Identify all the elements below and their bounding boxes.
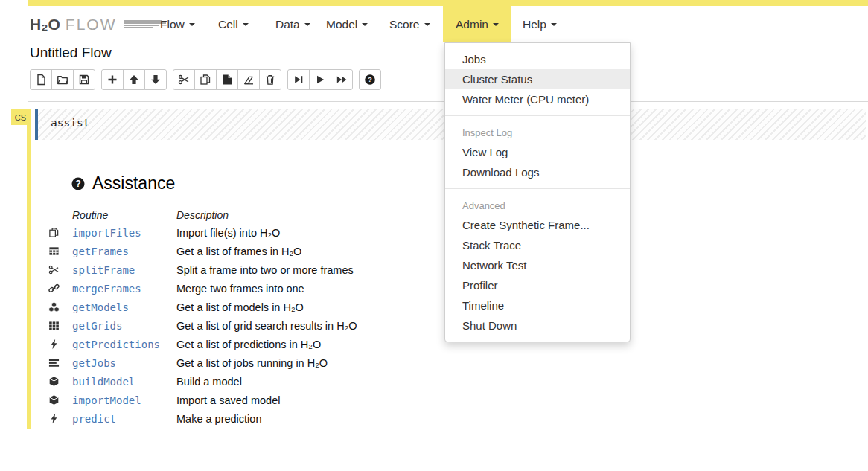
nav-item-flow[interactable]: Flow — [160, 6, 195, 42]
arrow-down-icon — [150, 74, 162, 86]
toolbar: ? — [30, 69, 381, 90]
nav-item-label: Admin — [456, 18, 488, 31]
save-icon — [78, 74, 90, 86]
play-button[interactable] — [309, 69, 331, 90]
copy-button[interactable] — [194, 69, 217, 90]
routine-link-importmodel[interactable]: importModel — [72, 394, 176, 406]
cut-button[interactable] — [173, 69, 195, 90]
chevron-down-icon — [243, 23, 249, 26]
menu-item-create-synthetic-frame[interactable]: Create Synthetic Frame... — [445, 215, 630, 235]
fast-forward-button[interactable] — [331, 69, 353, 90]
routine-link-getgrids[interactable]: getGrids — [72, 320, 176, 332]
nav-item-label: Data — [275, 18, 300, 31]
assistance-heading: ? Assistance — [71, 173, 175, 193]
plus-button[interactable] — [101, 69, 124, 90]
bolt-icon — [48, 339, 60, 350]
h2o-flow-page: { "navbar": { "logo": { "brand_bold": "H… — [0, 0, 868, 471]
nav-item-data[interactable]: Data — [275, 6, 310, 42]
routine-link-importfiles[interactable]: importFiles — [72, 227, 176, 239]
link-icon — [48, 283, 60, 294]
toolbar-button-group — [101, 69, 167, 90]
routine-link-buildmodel[interactable]: buildModel — [72, 376, 176, 388]
toolbar-button-group — [30, 69, 95, 90]
nav-item-score[interactable]: Score — [389, 6, 430, 42]
menu-section-header-advanced: Advanced — [445, 195, 630, 215]
menu-item-jobs[interactable]: Jobs — [445, 49, 630, 69]
trash-button[interactable] — [259, 69, 281, 90]
menu-item-profiler[interactable]: Profiler — [445, 275, 630, 295]
assist-row: importModel Import a saved model — [48, 391, 465, 409]
nav-item-label: Cell — [218, 18, 238, 31]
copy-icon — [48, 227, 60, 238]
cut-icon — [48, 264, 60, 275]
chevron-down-icon — [362, 23, 368, 26]
nav-item-help[interactable]: Help — [523, 6, 557, 42]
table-icon — [48, 246, 60, 257]
menu-item-cluster-status[interactable]: Cluster Status — [445, 69, 630, 89]
routine-link-mergeframes[interactable]: mergeFrames — [72, 283, 176, 295]
assistance-title: Assistance — [92, 173, 175, 193]
menu-item-download-logs[interactable]: Download Logs — [445, 162, 630, 182]
navbar: H₂O FLOW Flow Cell Data Model Score Admi… — [28, 6, 868, 42]
step-forward-button[interactable] — [287, 69, 310, 90]
assistance-table-header: Routine Description — [48, 206, 465, 223]
question-circle-button[interactable]: ? — [359, 69, 381, 90]
top-accent-strip — [28, 0, 868, 6]
toolbar-button-group: ? — [359, 69, 381, 90]
question-circle-icon: ? — [364, 74, 376, 86]
routine-description: Split a frame into two or more frames — [176, 264, 465, 276]
routine-description: Import file(s) into H₂O — [176, 227, 465, 239]
nav-item-label: Model — [326, 18, 357, 31]
routine-link-getframes[interactable]: getFrames — [72, 246, 176, 257]
assist-row: predict Make a prediction — [48, 409, 465, 428]
routine-link-splitframe[interactable]: splitFrame — [72, 264, 176, 276]
nav-item-cell[interactable]: Cell — [218, 6, 249, 42]
routine-description: Get a list of grid search results in H₂O — [176, 320, 465, 332]
folder-open-icon — [57, 74, 68, 86]
trash-icon — [264, 74, 276, 86]
toolbar-button-group — [173, 69, 281, 90]
cell-type-badge: CS — [11, 109, 30, 125]
folder-open-button[interactable] — [51, 69, 74, 90]
routine-description: Get a list of predictions in H₂O — [176, 339, 465, 350]
save-button[interactable] — [73, 69, 95, 90]
th-icon — [48, 320, 60, 331]
arrow-down-button[interactable] — [144, 69, 167, 90]
menu-item-shut-down[interactable]: Shut Down — [445, 315, 630, 336]
chevron-down-icon — [189, 23, 195, 26]
menu-item-view-log[interactable]: View Log — [445, 142, 630, 162]
flow-title[interactable]: Untitled Flow — [30, 45, 112, 61]
file-button[interactable] — [30, 69, 52, 90]
routine-link-getpredictions[interactable]: getPredictions — [72, 339, 176, 350]
assist-row: mergeFrames Merge two frames into one — [48, 279, 465, 298]
bolt-icon — [48, 413, 60, 424]
routine-link-predict[interactable]: predict — [72, 413, 176, 425]
play-icon — [314, 74, 326, 86]
nav-item-model[interactable]: Model — [326, 6, 368, 42]
routine-link-getjobs[interactable]: getJobs — [72, 357, 176, 369]
paste-icon — [221, 74, 233, 86]
menu-divider — [445, 188, 630, 189]
menu-item-network-test[interactable]: Network Test — [445, 255, 630, 275]
step-forward-icon — [293, 74, 304, 86]
menu-item-stack-trace[interactable]: Stack Trace — [445, 235, 630, 255]
menu-item-water-meter-cpu-meter[interactable]: Water Meter (CPU meter) — [445, 89, 630, 109]
assist-row: buildModel Build a model — [48, 372, 465, 391]
admin-dropdown-menu: JobsCluster StatusWater Meter (CPU meter… — [444, 42, 631, 342]
assist-row: getPredictions Get a list of predictions… — [48, 335, 465, 353]
copy-icon — [200, 74, 211, 86]
paste-button[interactable] — [216, 69, 238, 90]
menu-item-timeline[interactable]: Timeline — [445, 295, 630, 315]
eraser-button[interactable] — [237, 69, 260, 90]
selected-cell-indicator — [27, 109, 31, 429]
column-header-description: Description — [176, 209, 465, 221]
routine-description: Merge two frames into one — [176, 283, 465, 295]
nav-item-label: Score — [389, 18, 420, 31]
routine-link-getmodels[interactable]: getModels — [72, 301, 176, 313]
app-logo[interactable]: H₂O FLOW — [30, 6, 166, 42]
svg-text:?: ? — [75, 179, 80, 189]
nav-item-admin[interactable]: Admin — [443, 6, 511, 42]
menu-section-header-inspect-log: Inspect Log — [445, 122, 630, 142]
arrow-up-button[interactable] — [123, 69, 145, 90]
cubes-icon — [48, 301, 60, 313]
